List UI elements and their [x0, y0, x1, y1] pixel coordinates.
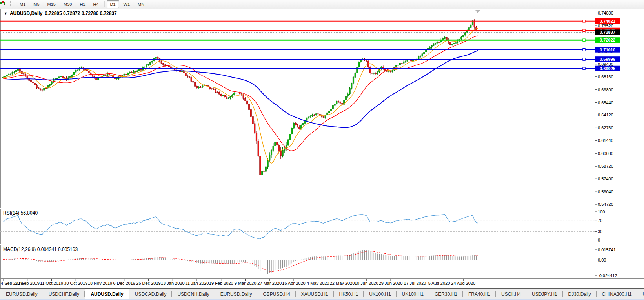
tab-usdjpy-h1[interactable]: USDJPY,H1	[526, 289, 562, 299]
price-tick-label: 0.57400	[598, 176, 613, 181]
hline-price-badge-text: 0.69025	[600, 66, 615, 71]
hline-price-badge-text: 0.72022	[600, 38, 615, 42]
price-tick-label: 0.61440	[598, 138, 613, 143]
date-tick-label: 29 Jun 2020	[379, 281, 403, 285]
tab-fra40-h1[interactable]: FRA40,H1	[463, 289, 496, 299]
timeframe-button-m1[interactable]: M1	[16, 0, 29, 8]
date-tick-label: 4 May 2020	[307, 281, 329, 285]
tab-usdchf-daily[interactable]: USDCHF,Daily	[43, 289, 85, 299]
chart-tab-bar: EURUSD,DailyUSDCHF,DailyAUDUSD,DailyUSDC…	[0, 288, 644, 299]
hline-price-badge-text: 0.71010	[600, 47, 615, 52]
macd-signal-line	[3, 251, 478, 271]
ma-55-line[interactable]	[3, 50, 478, 127]
macd-axis-label: 0.00	[598, 258, 606, 262]
hline-handle[interactable]	[583, 67, 585, 70]
date-tick-label: 19 Feb 2020	[209, 281, 233, 285]
price-chart-canvas[interactable]: 100703000.0157410.00-0.0244120.748800.73…	[0, 0, 644, 288]
timeframe-button-h4[interactable]: H4	[89, 0, 102, 8]
candlesticks	[2, 19, 479, 201]
timeframe-button-m15[interactable]: M15	[44, 0, 59, 8]
tab-xauusd-h1[interactable]: XAUUSD,H1	[296, 289, 334, 299]
chart-windows-icon[interactable]: ▾	[2, 2, 7, 7]
date-tick-label: 30 Oct 2019	[64, 281, 87, 285]
date-tick-label: 25 Dec 2019	[136, 281, 160, 285]
tab-audusd-daily[interactable]: AUDUSD,Daily	[85, 288, 129, 299]
date-tick-label: 23 Sep 2019	[15, 281, 40, 285]
rsi-indicator-label: RSI(14) 56.8040	[3, 210, 38, 216]
tab-usoil-h4[interactable]: USOil,H4	[496, 289, 526, 299]
price-tick-label: 0.56040	[598, 189, 613, 194]
tab-china300-h1[interactable]: CHINA300,H1	[597, 289, 637, 299]
date-tick-label: 5 Aug 2020	[428, 281, 450, 285]
price-tick-label: 0.60080	[598, 151, 613, 156]
candlestick-chart-icon	[0, 0, 6, 5]
hline-handle[interactable]	[583, 39, 585, 41]
date-tick-label: 18 Nov 2019	[88, 281, 112, 285]
date-tick-label: 22 May 2020	[330, 281, 355, 285]
macd-axis-label: -0.024412	[598, 273, 617, 278]
timeframe-button-w1[interactable]: W1	[120, 0, 134, 8]
date-tick-label: 15 Apr 2020	[282, 281, 305, 285]
horizontal-lines[interactable]	[0, 20, 595, 70]
chart-ohlc-values: 0.72805 0.72872 0.72786 0.72837	[45, 11, 117, 16]
symbol-dropdown-icon[interactable]: ▼	[4, 11, 7, 15]
tab-usoil-h1[interactable]: USOil,H1	[637, 289, 644, 299]
date-tick-label: 24 Aug 2020	[451, 281, 475, 285]
tab-uk100-h1[interactable]: UK100,H1	[364, 289, 396, 299]
chart-symbol-label: AUDUSD,Daily	[10, 11, 42, 16]
date-tick-label: 6 Dec 2019	[113, 281, 135, 285]
rsi-axis-label: 0	[598, 238, 600, 242]
date-tick-label: 31 Jan 2020	[185, 281, 209, 285]
price-tick-label: 0.65440	[598, 100, 613, 105]
rsi-line	[3, 215, 478, 239]
timeframe-button-mn[interactable]: MN	[134, 0, 148, 8]
price-tick-label: 0.68160	[598, 75, 613, 79]
toolbar-drag-handle[interactable]	[10, 1, 13, 7]
timeframe-button-d1[interactable]: D1	[107, 0, 119, 8]
timeframe-button-m5[interactable]: M5	[30, 0, 43, 8]
rsi-axis-label: 30	[598, 229, 602, 234]
macd-axis-label: 0.015741	[598, 247, 616, 252]
tab-usdcad-daily[interactable]: USDCAD,Daily	[129, 289, 172, 299]
macd-indicator-label: MACD(12,26,9) 0.004341 0.005163	[3, 247, 78, 252]
rsi-axis-label: 70	[598, 218, 602, 223]
tab-gbpusd-h4[interactable]: GBPUSD,H4	[257, 289, 295, 299]
price-tick-label: 0.66800	[598, 87, 613, 92]
hline-handle[interactable]	[583, 49, 585, 51]
timeframe-button-h1[interactable]: H1	[76, 0, 89, 8]
hline-price-badge-text: 0.69999	[600, 57, 615, 62]
ma-21-line[interactable]	[3, 36, 478, 151]
tab-dj30-daily[interactable]: DJ30,Daily	[563, 289, 597, 299]
date-tick-label: 11 Oct 2019	[40, 281, 63, 285]
tab-eurusd-daily[interactable]: EURUSD,Daily	[0, 289, 43, 299]
app-toolbar: ▾ M1M5M15M30H1H4D1W1MN	[0, 0, 644, 9]
chart-title: ▼ AUDUSD,Daily 0.72805 0.72872 0.72786 0…	[4, 11, 117, 16]
tab-eurusd-daily[interactable]: EURUSD,Daily	[215, 289, 258, 299]
rsi-axis-label: 100	[598, 209, 605, 214]
date-tick-label: 10 Jun 2020	[355, 281, 378, 285]
hline-handle[interactable]	[583, 29, 585, 32]
price-tick-label: 0.73520	[598, 24, 613, 28]
toolbar-separator	[150, 1, 150, 7]
chart-shift-marker[interactable]	[475, 10, 480, 13]
ma-8-line[interactable]	[3, 28, 478, 163]
tab-hk50-h1[interactable]: HK50,H1	[334, 289, 364, 299]
price-tick-label: 0.54720	[598, 202, 613, 207]
tab-usdcnh-daily[interactable]: USDCNH,Daily	[172, 289, 215, 299]
date-tick-label: 13 Jan 2020	[161, 281, 185, 285]
toolbar-separator	[104, 1, 105, 7]
timeframe-button-m30[interactable]: M30	[60, 0, 75, 8]
price-tick-label: 0.64120	[598, 113, 613, 117]
price-tick-label: 0.62760	[598, 125, 613, 130]
tab-ger30-h1[interactable]: GER30,H1	[429, 289, 463, 299]
date-tick-label: 9 Mar 2020	[235, 281, 257, 285]
hline-price-badge-text: 0.74021	[600, 19, 615, 24]
price-tick-label: 0.74880	[598, 11, 613, 15]
tab-uk100-h1[interactable]: UK100,H1	[397, 289, 429, 299]
current-price-badge-text: 0.72837	[600, 30, 615, 35]
price-tick-label: 0.58720	[598, 164, 613, 169]
date-tick-label: 17 Jul 2020	[404, 281, 426, 285]
hline-handle[interactable]	[583, 20, 585, 22]
hline-handle[interactable]	[583, 58, 585, 60]
date-tick-label: 27 Mar 2020	[257, 281, 282, 285]
